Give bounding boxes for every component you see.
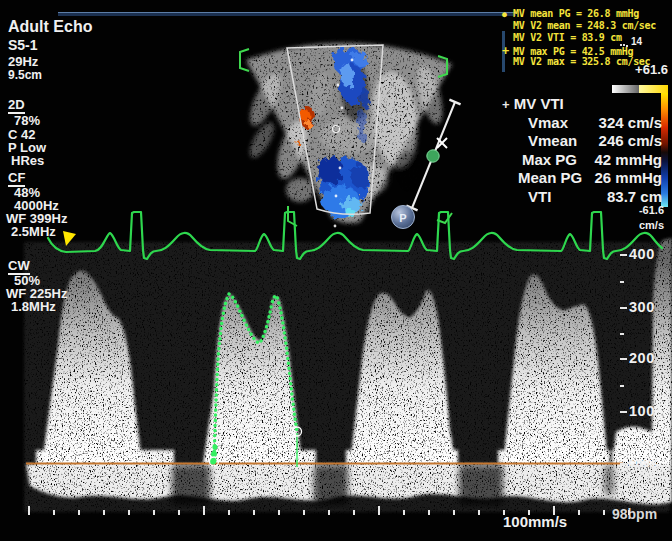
axis-label-200: 200	[629, 350, 655, 366]
bullet-icon: ●	[502, 10, 513, 19]
axis-label-400: 400	[629, 246, 655, 262]
color-scale-max: +61.6	[620, 62, 668, 77]
time-tick	[278, 510, 280, 515]
time-tick	[228, 510, 230, 515]
time-tick	[203, 506, 205, 515]
exam-preset: Adult Echo	[8, 18, 92, 36]
velocity-tick	[620, 358, 627, 360]
time-tick	[578, 510, 580, 515]
result-value: 246 cm/s	[599, 132, 662, 149]
result-row-vmean: Vmean246 cm/s	[528, 132, 662, 149]
color-scale-min: -61.6	[624, 204, 664, 216]
mode-cw-header: CW	[8, 258, 30, 273]
time-tick	[353, 510, 355, 515]
probe-marker: P	[392, 206, 415, 229]
time-tick	[503, 510, 505, 515]
time-tick	[253, 510, 255, 515]
time-tick	[628, 510, 630, 515]
cw-frequency: 1.8MHz	[11, 299, 56, 314]
time-tick	[78, 510, 80, 515]
velocity-tick	[620, 254, 627, 256]
measurement-text: MV V2 VTI = 83.9 cm	[513, 32, 622, 43]
velocity-tick	[620, 463, 627, 465]
color-doppler-bar	[661, 93, 668, 207]
time-tick	[428, 510, 430, 515]
result-label: VTI	[528, 188, 551, 205]
time-tick	[303, 510, 305, 515]
measurement-row: MV V2 VTI = 83.9 cm	[502, 32, 622, 43]
result-label: Max PG	[522, 151, 577, 168]
axis-label-100: 100	[629, 403, 655, 419]
time-tick	[553, 506, 555, 515]
velocity-tick	[620, 385, 624, 387]
grayscale-bar	[612, 85, 639, 93]
result-row-vmax: Vmax324 cm/s	[528, 114, 662, 131]
time-tick	[378, 506, 380, 515]
result-value: 42 mmHg	[594, 151, 662, 168]
frame-rate: 29Hz	[8, 54, 38, 69]
time-tick	[53, 510, 55, 515]
result-label: Vmean	[528, 132, 577, 149]
time-tick	[178, 510, 180, 515]
mode-2d-label: 2D	[8, 97, 25, 114]
time-tick	[478, 510, 480, 515]
sweep-speed: 100mm/s	[503, 513, 567, 530]
time-tick	[328, 510, 330, 515]
mode-cf-header: CF	[8, 170, 25, 185]
result-row-maxpg: Max PG42 mmHg	[522, 151, 662, 168]
plus-marker-icon: +	[502, 97, 510, 112]
result-value: 26 mmHg	[594, 169, 662, 186]
time-tick	[453, 510, 455, 515]
axis-baseline-label: cm/s	[628, 455, 658, 470]
mode-2d-header: 2D	[8, 97, 25, 112]
ultrasound-screen: P Adult Echo S5-1 29Hz 9.5cm 2D 78% C 42…	[0, 0, 672, 541]
cf-frequency: 2.5MHz	[11, 224, 56, 239]
measurement-text: MV mean PG = 26.8 mmHg	[513, 8, 639, 19]
transducer-name: S5-1	[8, 37, 38, 53]
result-row-meanpg: Mean PG26 mmHg	[518, 169, 662, 186]
axis-label-300: 300	[629, 299, 655, 315]
time-tick	[103, 510, 105, 515]
time-tick	[28, 506, 30, 515]
time-tick	[153, 510, 155, 515]
measurement-row: MV V2 mean = 248.3 cm/sec	[502, 20, 656, 31]
velocity-tick	[620, 437, 624, 439]
velocity-tick	[620, 489, 624, 491]
velocity-tick	[620, 333, 624, 335]
2d-gain: 78%	[14, 113, 40, 128]
results-header: + MV VTI	[502, 95, 564, 112]
velocity-tick	[620, 411, 627, 413]
result-label: Vmax	[528, 114, 568, 131]
measurement-row: ●MV mean PG = 26.8 mmHg	[502, 8, 639, 19]
velocity-tick	[620, 281, 624, 283]
top-divider-bar	[58, 12, 516, 16]
frame-dots-icon	[620, 44, 622, 46]
2d-resolution: HRes	[11, 153, 44, 168]
frame-number: 14	[631, 36, 642, 47]
result-row-vti: VTI83.7 cm	[528, 188, 662, 205]
time-tick	[403, 510, 405, 515]
result-value: 324 cm/s	[599, 114, 662, 131]
results-title: MV VTI	[514, 95, 564, 112]
heart-rate: 98bpm	[612, 506, 657, 522]
velocity-tick	[620, 307, 627, 309]
measurement-text: MV V2 mean = 248.3 cm/sec	[513, 20, 656, 31]
time-tick	[128, 510, 130, 515]
result-value: 83.7 cm	[607, 188, 662, 205]
color-scale-unit: cm/s	[624, 219, 664, 231]
time-tick	[603, 510, 605, 515]
imaging-graphics: P	[0, 0, 672, 541]
result-label: Mean PG	[518, 169, 582, 186]
probe-marker-letter: P	[399, 212, 406, 224]
cpa-bar	[639, 85, 668, 93]
time-tick	[528, 510, 530, 515]
imaging-depth: 9.5cm	[8, 68, 42, 82]
